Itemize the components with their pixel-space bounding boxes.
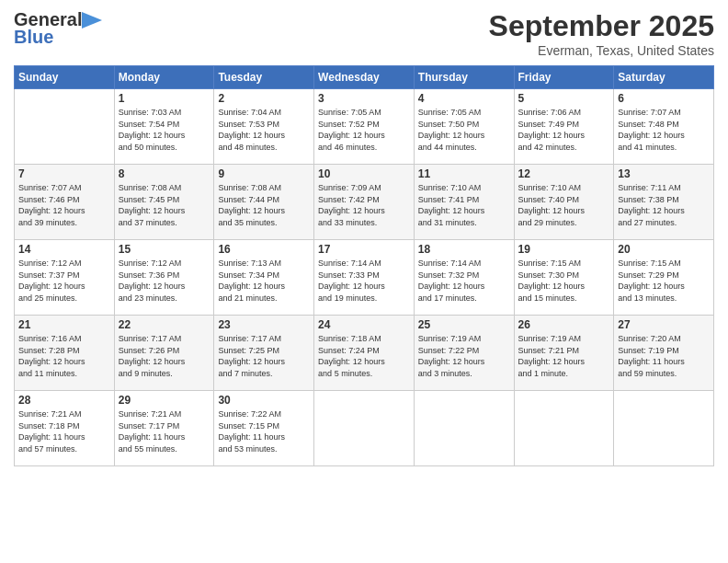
day-info-line: Sunrise: 7:14 AM [318,258,410,270]
day-info: Sunrise: 7:19 AMSunset: 7:22 PMDaylight:… [418,333,510,379]
day-number: 16 [218,243,310,256]
day-info-line: and 46 minutes. [318,142,410,154]
calendar-cell: 3Sunrise: 7:05 AMSunset: 7:52 PMDaylight… [314,89,415,165]
day-info: Sunrise: 7:17 AMSunset: 7:26 PMDaylight:… [119,333,210,379]
calendar-cell: 2Sunrise: 7:04 AMSunset: 7:53 PMDaylight… [214,89,314,165]
day-info-line: Daylight: 12 hours [618,130,710,142]
calendar-week-row: 28Sunrise: 7:21 AMSunset: 7:18 PMDayligh… [15,391,714,466]
day-info-line: Sunset: 7:50 PM [418,119,510,131]
calendar-cell: 25Sunrise: 7:19 AMSunset: 7:22 PMDayligh… [414,316,514,391]
day-info-line: Sunrise: 7:07 AM [618,107,710,119]
day-info-line: Sunset: 7:22 PM [418,345,510,357]
day-info-line: Daylight: 12 hours [119,281,210,293]
calendar-cell: 16Sunrise: 7:13 AMSunset: 7:34 PMDayligh… [214,240,314,316]
calendar-cell: 15Sunrise: 7:12 AMSunset: 7:36 PMDayligh… [114,240,214,316]
day-info-line: Daylight: 12 hours [518,281,610,293]
day-info-line: Daylight: 12 hours [218,356,310,368]
day-number: 30 [218,394,310,407]
day-info: Sunrise: 7:15 AMSunset: 7:30 PMDaylight:… [518,258,610,304]
day-info-line: Sunset: 7:53 PM [218,119,310,131]
day-info-line: Daylight: 11 hours [218,431,310,443]
day-info-line: Sunrise: 7:10 AM [518,182,610,194]
calendar-cell [414,391,514,466]
day-number: 20 [618,243,710,256]
day-info-line: Sunrise: 7:17 AM [218,333,310,345]
day-info-line: and 9 minutes. [119,368,210,380]
day-info-line: and 21 minutes. [218,293,310,304]
day-number: 28 [18,394,110,407]
day-info-line: Daylight: 12 hours [119,205,210,217]
day-number: 12 [518,167,610,180]
calendar-cell: 28Sunrise: 7:21 AMSunset: 7:18 PMDayligh… [15,391,115,466]
day-number: 29 [119,394,210,407]
day-number: 23 [218,318,310,331]
calendar-week-row: 21Sunrise: 7:16 AMSunset: 7:28 PMDayligh… [15,316,714,391]
day-info-line: Daylight: 12 hours [318,130,410,142]
calendar-cell: 20Sunrise: 7:15 AMSunset: 7:29 PMDayligh… [614,240,714,316]
day-number: 24 [318,318,410,331]
day-info-line: and 13 minutes. [618,293,710,304]
day-info-line: Sunset: 7:45 PM [119,194,210,206]
day-info-line: Sunrise: 7:08 AM [218,182,310,194]
col-thursday: Thursday [414,66,514,89]
day-info-line: Sunset: 7:42 PM [318,194,410,206]
day-info-line: Daylight: 12 hours [18,356,110,368]
header: General Blue September 2025 Everman, Tex… [14,9,714,58]
calendar-cell: 26Sunrise: 7:19 AMSunset: 7:21 PMDayligh… [514,316,614,391]
day-info-line: Sunrise: 7:15 AM [618,258,710,270]
calendar-cell: 27Sunrise: 7:20 AMSunset: 7:19 PMDayligh… [614,316,714,391]
day-info: Sunrise: 7:09 AMSunset: 7:42 PMDaylight:… [318,182,410,228]
col-monday: Monday [114,66,214,89]
calendar-cell: 5Sunrise: 7:06 AMSunset: 7:49 PMDaylight… [514,89,614,165]
day-info-line: and 42 minutes. [518,142,610,154]
day-info-line: and 35 minutes. [218,217,310,229]
day-info: Sunrise: 7:08 AMSunset: 7:44 PMDaylight:… [218,182,310,228]
day-info: Sunrise: 7:21 AMSunset: 7:17 PMDaylight:… [119,408,210,454]
day-info-line: Sunrise: 7:20 AM [618,333,710,345]
day-number: 15 [119,243,210,256]
calendar-subtitle: Everman, Texas, United States [489,43,714,58]
calendar-cell [614,391,714,466]
day-number: 21 [18,318,110,331]
day-info-line: Daylight: 12 hours [119,130,210,142]
day-info: Sunrise: 7:03 AMSunset: 7:54 PMDaylight:… [119,107,210,153]
day-info-line: Sunset: 7:17 PM [119,420,210,432]
day-info-line: Sunset: 7:41 PM [418,194,510,206]
day-info: Sunrise: 7:07 AMSunset: 7:48 PMDaylight:… [618,107,710,153]
calendar-cell [15,89,115,165]
day-info: Sunrise: 7:12 AMSunset: 7:36 PMDaylight:… [119,258,210,304]
day-info: Sunrise: 7:20 AMSunset: 7:19 PMDaylight:… [618,333,710,379]
day-info-line: Sunrise: 7:13 AM [218,258,310,270]
day-info-line: and 17 minutes. [418,293,510,304]
day-info-line: Sunset: 7:54 PM [119,119,210,131]
calendar-week-row: 1Sunrise: 7:03 AMSunset: 7:54 PMDaylight… [15,89,714,165]
day-info-line: Daylight: 12 hours [518,356,610,368]
day-info-line: Sunrise: 7:10 AM [418,182,510,194]
day-info-line: Sunset: 7:15 PM [218,420,310,432]
day-info: Sunrise: 7:08 AMSunset: 7:45 PMDaylight:… [119,182,210,228]
day-info-line: and 59 minutes. [618,368,710,380]
col-sunday: Sunday [15,66,115,89]
day-info-line: Daylight: 12 hours [518,205,610,217]
title-section: September 2025 Everman, Texas, United St… [489,9,714,58]
day-info-line: Sunrise: 7:05 AM [418,107,510,119]
day-number: 3 [318,92,410,105]
day-info-line: Sunset: 7:21 PM [518,345,610,357]
day-number: 19 [518,243,610,256]
day-info-line: Sunrise: 7:09 AM [318,182,410,194]
day-info-line: Sunset: 7:28 PM [18,345,110,357]
day-number: 13 [618,167,710,180]
logo: General Blue [14,9,102,48]
day-info-line: Sunrise: 7:19 AM [518,333,610,345]
calendar-cell [314,391,415,466]
day-info-line: Sunrise: 7:12 AM [119,258,210,270]
day-info-line: and 31 minutes. [418,217,510,229]
day-info-line: and 27 minutes. [618,217,710,229]
day-number: 11 [418,167,510,180]
day-info-line: Sunrise: 7:14 AM [418,258,510,270]
day-info-line: Sunset: 7:49 PM [518,119,610,131]
calendar-cell: 23Sunrise: 7:17 AMSunset: 7:25 PMDayligh… [214,316,314,391]
day-info-line: Sunrise: 7:03 AM [119,107,210,119]
day-info-line: Sunset: 7:48 PM [618,119,710,131]
calendar-cell: 24Sunrise: 7:18 AMSunset: 7:24 PMDayligh… [314,316,415,391]
